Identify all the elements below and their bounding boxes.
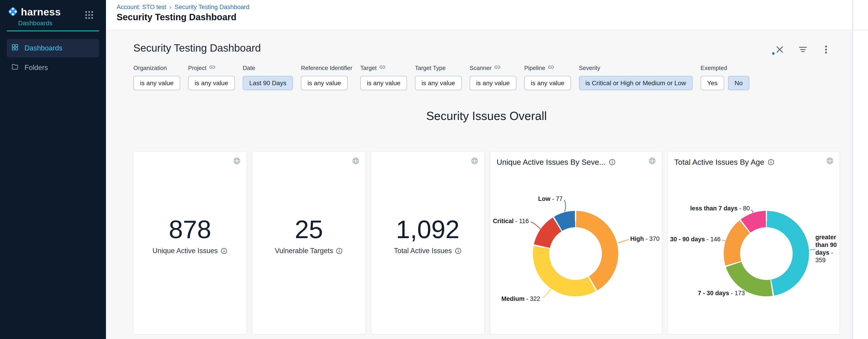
stat-value: 878 (134, 217, 246, 242)
filter-value-organization[interactable]: is any value (133, 76, 180, 90)
filter-value-target-type[interactable]: is any value (415, 76, 462, 90)
dashboard-panel: Security Testing Dashboard Organization (106, 30, 853, 339)
filter-label: Scanner (470, 64, 492, 72)
breadcrumb-chevron-icon: › (169, 4, 172, 11)
donut-chart-tile: Total Active Issues By Age greater than … (668, 151, 840, 335)
brand-product: Dashboards (18, 20, 106, 27)
donut-chart[interactable] (724, 211, 809, 296)
donut-callout-label: Medium - 322 (501, 295, 540, 303)
filter-group: Date Last 90 Days (243, 64, 293, 90)
info-icon[interactable] (455, 248, 462, 254)
filter-group: Exempted YesNo (701, 64, 749, 90)
donut-chart-tile: Unique Active Issues By Seve... High - 3… (490, 151, 662, 335)
section-title: Security Issues Overall (133, 109, 840, 123)
donut-callout-label: greater than 90 days - 359 (815, 233, 843, 264)
filter-label: Date (243, 64, 255, 72)
brand-name: harness (21, 6, 61, 18)
folder-icon (11, 63, 19, 72)
link-icon (494, 64, 500, 72)
filter-group: Project is any value (188, 64, 235, 90)
dashboard-title: Security Testing Dashboard (133, 42, 261, 54)
sidebar-nav: Dashboards Folders (7, 39, 99, 77)
breadcrumb-account-link[interactable]: Account: STO test (117, 4, 166, 11)
filter-value-exempted[interactable]: Yes (701, 76, 724, 90)
filter-label: Organization (133, 64, 167, 72)
filter-value-exempted[interactable]: No (728, 76, 749, 90)
sidebar-item-label: Dashboards (25, 44, 62, 52)
filter-value-severity[interactable]: is Critical or High or Medium or Low (579, 76, 693, 90)
filter-value-reference-identifier[interactable]: is any value (301, 76, 347, 90)
filter-label: Exempted (701, 64, 727, 72)
sidebar: harness Dashboards D (0, 0, 106, 339)
app-grid-menu-icon[interactable] (84, 10, 94, 20)
link-icon (209, 64, 215, 72)
globe-icon (233, 157, 241, 166)
filter-group: Target Type is any value (415, 64, 462, 90)
stat-tile: 25 Vulnerable Targets (252, 151, 366, 335)
link-icon (548, 64, 554, 72)
brand: harness Dashboards (0, 0, 106, 27)
cursor-dot (772, 52, 775, 55)
donut-callout-label: High - 370 (630, 235, 659, 243)
info-icon[interactable] (336, 248, 343, 254)
filter-label: Pipeline (524, 64, 546, 72)
donut-callout-label: less than 7 days - 80 (690, 205, 750, 212)
top-header: Account: STO test › Security Testing Das… (106, 0, 868, 30)
globe-icon (470, 157, 479, 166)
filter-value-project[interactable]: is any value (188, 76, 235, 90)
filter-icon[interactable] (798, 45, 808, 55)
filter-label: Project (188, 64, 207, 72)
sidebar-item-dashboards[interactable]: Dashboards (7, 39, 99, 57)
stat-label: Unique Active Issues (152, 247, 218, 255)
page-title: Security Testing Dashboard (117, 12, 868, 22)
donut-callout-label: Critical - 116 (493, 218, 529, 225)
donut-chart[interactable] (533, 211, 618, 296)
filter-group: Pipeline is any value (524, 64, 571, 90)
donut-hole (549, 227, 602, 280)
filter-group: Scanner is any value (470, 64, 516, 90)
stat-tile: 1,092 Total Active Issues (371, 151, 484, 335)
donut-hole (740, 227, 793, 280)
kebab-menu-icon[interactable] (821, 45, 831, 55)
stat-tile: 878 Unique Active Issues (133, 151, 247, 335)
donut-callout-label: 7 - 30 days - 173 (698, 290, 745, 297)
stat-label: Vulnerable Targets (275, 247, 333, 255)
filter-bar: Organization is any value Project is any… (133, 64, 749, 90)
filter-group: Target is any value (360, 64, 407, 90)
brand-underline (7, 30, 99, 31)
stat-value: 25 (252, 217, 365, 242)
tile-row: 878 Unique Active Issues 25 Vuln (133, 151, 840, 335)
stat-value: 1,092 (371, 217, 484, 242)
filter-value-target[interactable]: is any value (360, 76, 407, 90)
stat-label: Total Active Issues (394, 247, 452, 255)
filter-value-pipeline[interactable]: is any value (524, 76, 571, 90)
breadcrumb-dashboard-link[interactable]: Security Testing Dashboard (175, 4, 250, 11)
donut-callout-label: 30 - 90 days - 146 (670, 236, 720, 243)
info-icon[interactable] (220, 248, 227, 254)
close-icon[interactable] (775, 45, 785, 55)
harness-logo-icon[interactable] (7, 5, 19, 19)
filter-label: Reference Identifier (301, 64, 352, 72)
filter-label: Target Type (415, 64, 445, 72)
filter-label: Target (360, 64, 377, 72)
filter-group: Organization is any value (133, 64, 180, 90)
breadcrumb: Account: STO test › Security Testing Das… (117, 4, 868, 11)
dashboards-icon (11, 44, 19, 53)
panel-right-divider (852, 0, 853, 339)
link-icon (379, 64, 385, 72)
donut-callout-label: Low - 77 (538, 195, 563, 202)
sidebar-item-label: Folders (25, 64, 48, 72)
filter-value-date[interactable]: Last 90 Days (243, 76, 293, 90)
sidebar-item-folders[interactable]: Folders (7, 59, 99, 77)
dashboard-toolbar (775, 45, 831, 55)
globe-icon (352, 157, 360, 166)
filter-group: Severity is Critical or High or Medium o… (579, 64, 693, 90)
filter-value-scanner[interactable]: is any value (470, 76, 516, 90)
filter-label: Severity (579, 64, 600, 72)
filter-group: Reference Identifier is any value (301, 64, 352, 90)
